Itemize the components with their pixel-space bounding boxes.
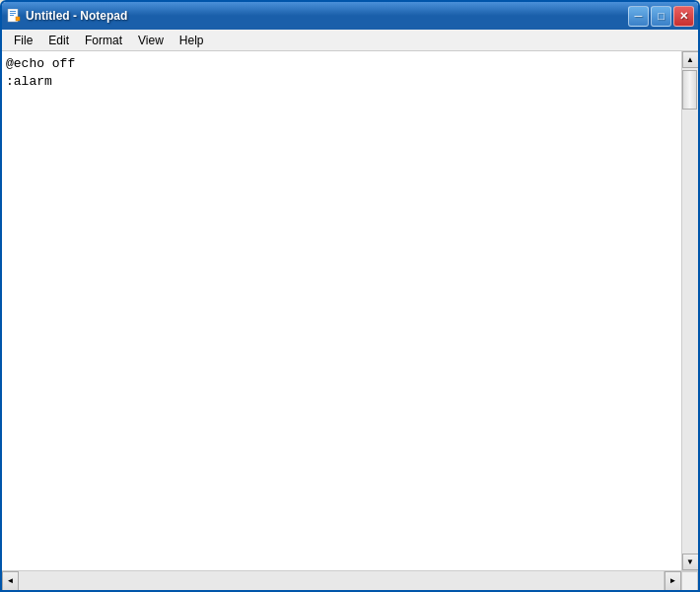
scroll-track-y[interactable] [682,68,698,554]
scroll-left-button[interactable]: ◄ [2,571,19,591]
title-bar-left: Untitled - Notepad [6,8,127,24]
title-bar-buttons: ─ □ ✕ [628,6,694,27]
maximize-button[interactable]: □ [651,6,671,27]
close-button[interactable]: ✕ [673,6,694,27]
menu-edit[interactable]: Edit [40,32,77,49]
scroll-up-button[interactable]: ▲ [682,51,699,68]
minimize-button[interactable]: ─ [628,6,649,27]
scroll-down-button[interactable]: ▼ [682,554,699,570]
title-bar: Untitled - Notepad ─ □ ✕ [2,2,698,30]
content-area: ▲ ▼ [2,51,698,570]
notepad-window: Untitled - Notepad ─ □ ✕ File Edit Forma… [0,0,700,592]
svg-rect-2 [10,13,16,14]
scroll-right-button[interactable]: ► [665,571,681,591]
text-editor[interactable] [2,51,681,570]
svg-rect-1 [10,11,16,12]
notepad-icon [6,8,22,24]
menu-bar: File Edit Format View Help [2,30,698,51]
horizontal-scrollbar: ◄ ► [2,570,698,590]
menu-file[interactable]: File [6,32,40,49]
menu-view[interactable]: View [130,32,172,49]
scroll-corner [681,571,698,591]
vertical-scrollbar: ▲ ▼ [681,51,698,570]
menu-help[interactable]: Help [172,32,212,49]
svg-rect-4 [16,17,20,21]
menu-format[interactable]: Format [77,32,130,49]
scroll-thumb-y[interactable] [682,70,697,110]
svg-rect-3 [10,15,14,16]
window-title: Untitled - Notepad [26,9,127,23]
scroll-track-x[interactable] [19,571,665,590]
